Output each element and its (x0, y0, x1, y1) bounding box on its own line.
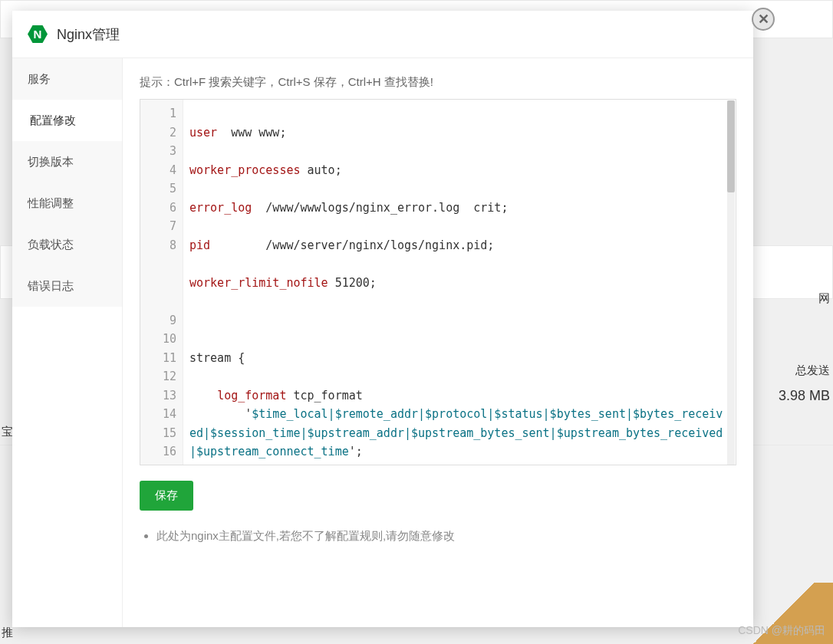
close-button[interactable]: ✕ (752, 8, 775, 31)
scrollbar-thumb[interactable] (727, 100, 735, 192)
sidebar-item-config[interactable]: 配置修改 (12, 100, 122, 141)
note-item: 此处为nginx主配置文件,若您不了解配置规则,请勿随意修改 (156, 529, 736, 544)
nginx-manage-modal: ✕ N Nginx管理 服务 配置修改 切换版本 性能调整 负载状态 错误日志 … (12, 11, 753, 627)
content-pane: 提示：Ctrl+F 搜索关键字，Ctrl+S 保存，Ctrl+H 查找替换! 1… (123, 58, 753, 627)
close-icon: ✕ (758, 11, 769, 28)
bg-text: 推 (2, 626, 13, 640)
sidebar-item-label: 配置修改 (30, 113, 76, 128)
note-list: 此处为nginx主配置文件,若您不了解配置规则,请勿随意修改 (140, 529, 736, 544)
bg-text: 网 (818, 291, 830, 306)
config-editor[interactable]: 1 2 3 4 5 6 7 8 9 10 11 12 13 14 15 16 (140, 99, 736, 465)
sidebar-item-label: 负载状态 (28, 238, 74, 252)
bg-text: 3.98 MB (779, 388, 830, 404)
watermark: CSDN @耕的码田 (738, 624, 825, 638)
editor-hint: 提示：Ctrl+F 搜索关键字，Ctrl+S 保存，Ctrl+H 查找替换! (140, 75, 736, 90)
sidebar-item-service[interactable]: 服务 (12, 58, 122, 100)
sidebar-item-load[interactable]: 负载状态 (12, 224, 122, 265)
sidebar: 服务 配置修改 切换版本 性能调整 负载状态 错误日志 (12, 58, 123, 627)
nginx-logo-icon: N (28, 25, 48, 44)
code-area[interactable]: user www www; worker_processes auto; err… (183, 100, 733, 465)
sidebar-item-errorlog[interactable]: 错误日志 (12, 265, 122, 307)
sidebar-item-version[interactable]: 切换版本 (12, 141, 122, 182)
bg-text: 宝 (2, 425, 13, 439)
sidebar-item-label: 性能调整 (28, 196, 74, 211)
modal-header: N Nginx管理 (12, 11, 753, 58)
sidebar-item-label: 错误日志 (28, 279, 74, 294)
sidebar-item-label: 服务 (28, 72, 51, 87)
editor-scrollbar[interactable] (727, 100, 735, 465)
save-button[interactable]: 保存 (140, 481, 193, 511)
line-gutter: 1 2 3 4 5 6 7 8 9 10 11 12 13 14 15 16 (140, 100, 183, 465)
bg-text: 总发送 (795, 363, 830, 378)
sidebar-item-performance[interactable]: 性能调整 (12, 182, 122, 224)
modal-title: Nginx管理 (57, 25, 120, 44)
sidebar-item-label: 切换版本 (28, 155, 74, 169)
